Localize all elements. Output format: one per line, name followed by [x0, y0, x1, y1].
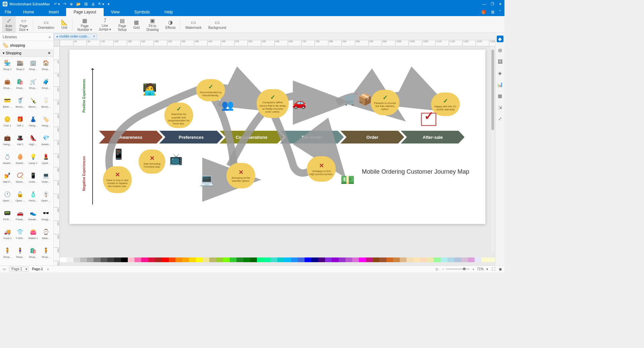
color-swatch[interactable] [189, 257, 196, 262]
gift-icon[interactable]: 🎁 [481, 10, 486, 14]
library-item[interactable]: 🥛Bever... [40, 96, 52, 114]
color-swatch[interactable] [379, 257, 386, 262]
phone-icon[interactable]: 📱 [112, 148, 125, 160]
chart-panel-icon[interactable]: 📊 [497, 81, 503, 88]
color-swatch[interactable] [128, 257, 135, 262]
ribbon-orientation[interactable]: ▭Orientation [35, 16, 58, 33]
library-item[interactable]: 🪧Open ... [40, 190, 52, 208]
color-swatch[interactable] [305, 257, 311, 262]
new-icon[interactable]: ⊕ [70, 2, 73, 6]
bubble-neg-3[interactable]: ✕Annoying at the website speed. [226, 163, 255, 188]
grid-icon[interactable]: ⊞ [491, 10, 494, 14]
menu-home[interactable]: Home [16, 8, 41, 16]
library-item[interactable]: 🎁Gift 1 [14, 115, 26, 133]
undo-icon[interactable]: ↶ ▾ [54, 2, 60, 6]
library-item[interactable]: 💍Jewelr... [1, 152, 13, 170]
color-swatch[interactable] [250, 257, 257, 262]
menu-page-layout[interactable]: Page Layout [66, 8, 103, 16]
color-swatch[interactable] [121, 257, 128, 262]
color-swatch[interactable] [162, 257, 168, 262]
ribbon-page-number[interactable]: ▦Page Number ▾ [74, 16, 95, 33]
page-tab[interactable]: Page-1 [32, 267, 43, 271]
grid-panel-icon[interactable]: ⊞ [497, 47, 503, 54]
color-swatch[interactable] [141, 257, 148, 262]
library-item[interactable]: 👜Shop... [1, 77, 13, 95]
ribbon-page-size[interactable]: ▭Page Size ▾ [16, 16, 32, 33]
library-item[interactable]: 🧳Shop... [40, 77, 52, 95]
color-swatch[interactable] [277, 257, 284, 262]
library-item[interactable]: 💅Nail P... [1, 171, 13, 189]
color-swatch[interactable] [311, 257, 318, 262]
library-item[interactable]: 💄Lipsti... [40, 152, 52, 170]
library-search-input[interactable] [10, 43, 56, 47]
ribbon-page-setup[interactable]: ▤Page Setup [114, 16, 130, 33]
close-category-icon[interactable]: ✕ [48, 51, 51, 55]
stage-arrow-considerations[interactable]: Considerations [220, 131, 283, 143]
desk-person-icon[interactable]: 🧑‍💻 [143, 82, 157, 96]
color-swatch[interactable] [339, 257, 345, 262]
bubble-pos-1[interactable]: ✓Searches for popular test blogs/website… [164, 103, 193, 128]
library-item[interactable]: 🛍️Shop... [14, 77, 26, 95]
layers-panel-icon[interactable]: ◈ [497, 70, 503, 76]
color-swatch[interactable] [66, 257, 73, 262]
color-swatch[interactable] [209, 257, 216, 262]
color-swatch[interactable] [94, 257, 100, 262]
color-swatch[interactable] [236, 257, 243, 262]
redo-icon[interactable]: ↷ [63, 2, 66, 6]
save-icon[interactable]: 🖫 [84, 2, 88, 6]
ribbon-background[interactable]: ▭Background [205, 16, 229, 33]
bubble-pos-3[interactable]: ✓Compares offline stores that is far awa… [257, 89, 289, 118]
library-item[interactable]: 👟Sneak... [27, 209, 39, 227]
collapse-ribbon-icon[interactable]: ˄ [499, 10, 501, 14]
bubble-pos-2[interactable]: ✓Recommended by friends/family. [196, 79, 225, 101]
color-swatch[interactable] [454, 257, 461, 262]
color-swatch[interactable] [264, 257, 270, 262]
color-swatch[interactable] [244, 257, 250, 262]
color-swatch[interactable] [148, 257, 155, 262]
color-swatch[interactable] [332, 257, 338, 262]
collapse-icon[interactable]: « [49, 35, 51, 39]
library-item[interactable]: 🛍️Shop... [27, 246, 39, 264]
library-item[interactable]: 👠High ... [27, 133, 39, 152]
color-swatch[interactable] [155, 257, 162, 262]
table-panel-icon[interactable]: ▦ [497, 93, 503, 99]
color-swatch[interactable] [257, 257, 264, 262]
library-item[interactable]: 🕐Open ... [1, 190, 13, 208]
color-swatch[interactable] [366, 257, 373, 262]
color-swatch[interactable] [169, 257, 175, 262]
people-icon[interactable]: 👥 [221, 99, 234, 111]
library-item[interactable]: 💻Onlin... [40, 171, 52, 189]
color-swatch[interactable] [475, 257, 481, 262]
vertical-scrollbar[interactable] [491, 46, 494, 252]
color-swatch[interactable] [230, 257, 236, 262]
expand-panel-icon[interactable]: ⤢ [497, 115, 503, 122]
cart-boxes-icon[interactable]: 🛒📦 [344, 93, 372, 106]
color-swatch[interactable] [427, 257, 434, 262]
add-page-icon[interactable]: ＋ [46, 267, 50, 272]
color-swatch[interactable] [135, 257, 141, 262]
color-swatch[interactable] [441, 257, 447, 262]
library-item[interactable]: 🧍Shop... [1, 246, 13, 264]
color-swatch[interactable] [291, 257, 298, 262]
library-item[interactable]: 🧴Perfu... [27, 190, 39, 208]
bubble-neg-1[interactable]: ✕Have to buy a new mobile to replace the… [103, 166, 132, 193]
color-swatch[interactable] [87, 257, 94, 262]
library-item[interactable]: 🚚Truck 1 [1, 227, 13, 245]
library-item[interactable]: 👗Hang... [27, 115, 39, 133]
menu-file[interactable]: File [0, 8, 16, 16]
color-swatch[interactable] [488, 257, 495, 262]
ribbon-grid[interactable]: ▦Grid [130, 16, 143, 33]
ribbon-auto-size[interactable]: ⤢Auto Size [2, 16, 16, 33]
color-swatch[interactable] [60, 257, 66, 262]
bubble-pos-4[interactable]: ✓Pleased to choose the free delivery opt… [371, 90, 399, 115]
color-swatch[interactable] [434, 257, 440, 262]
print-icon[interactable]: 🖨 [91, 2, 95, 6]
color-swatch[interactable] [107, 257, 114, 262]
menu-view[interactable]: View [104, 8, 127, 16]
color-swatch[interactable] [271, 257, 277, 262]
fullscreen-icon[interactable]: ▣ [499, 267, 502, 271]
color-swatch[interactable] [203, 257, 209, 262]
color-swatch[interactable] [407, 257, 413, 262]
library-item[interactable]: 🏢Shop... [27, 58, 39, 76]
export-panel-icon[interactable]: ⇲ [497, 104, 503, 111]
